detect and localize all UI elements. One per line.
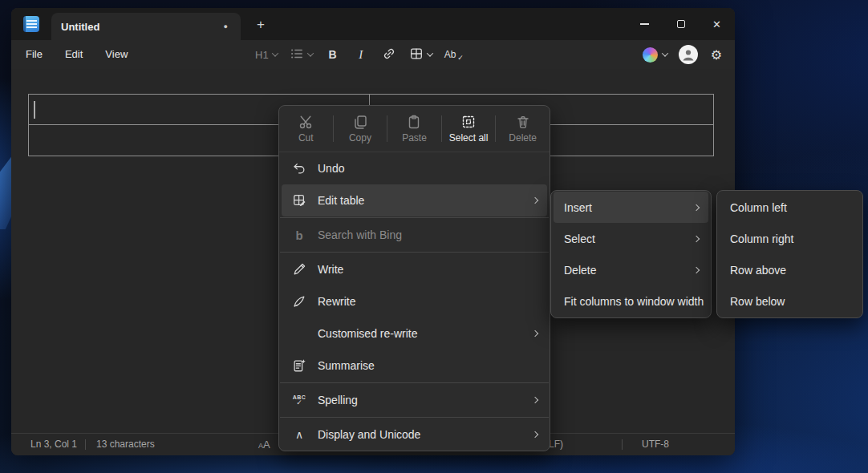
submenu-item-column-left[interactable]: Column left — [720, 192, 860, 223]
tab-untitled[interactable]: Untitled ● — [51, 13, 241, 40]
bold-button[interactable]: B — [322, 43, 344, 66]
bing-icon: b — [291, 228, 307, 242]
encoding: UTF-8 — [642, 434, 669, 455]
chevron-right-icon — [693, 204, 700, 210]
menu-item-spelling[interactable]: ABC✓ Spelling — [282, 384, 547, 416]
tab-title: Untitled — [61, 21, 224, 33]
menu-view[interactable]: View — [97, 44, 136, 65]
close-button[interactable]: ✕ — [699, 8, 735, 40]
italic-button[interactable]: I — [350, 43, 372, 66]
menu-item-edit-table[interactable]: Edit table — [282, 184, 547, 216]
minimize-button[interactable] — [627, 8, 663, 40]
text-caret — [34, 101, 35, 119]
submenu-item-row-above[interactable]: Row above — [720, 254, 860, 285]
person-icon — [679, 45, 698, 64]
summarise-icon — [291, 358, 307, 373]
copy-button[interactable]: Copy — [334, 106, 387, 152]
clipboard-command-bar: Cut Copy Paste Select all Delete — [279, 106, 550, 152]
chevron-down-icon — [662, 50, 668, 56]
window-controls: ✕ — [627, 8, 735, 40]
write-icon — [291, 262, 307, 277]
gear-icon: ⚙ — [711, 47, 722, 63]
select-all-button[interactable]: Select all — [442, 106, 496, 152]
edit-table-icon — [291, 193, 307, 208]
paste-button[interactable]: Paste — [387, 106, 441, 152]
chevron-down-icon — [306, 50, 313, 56]
menu-item-rewrite[interactable]: Rewrite — [282, 285, 547, 317]
submenu-item-fit-columns[interactable]: Fit columns to window width — [554, 285, 708, 317]
heading-style-button[interactable]: H1 — [252, 43, 281, 66]
submenu-item-column-right[interactable]: Column right — [720, 223, 860, 254]
menu-toolbar: File Edit View H1 B I — [11, 40, 735, 69]
character-count: 13 characters — [96, 434, 155, 455]
menu-item-undo[interactable]: Undo — [282, 152, 547, 184]
unsaved-indicator-icon: ● — [224, 22, 228, 30]
menu-separator — [280, 417, 549, 418]
link-button[interactable] — [378, 43, 400, 66]
copy-icon — [352, 114, 368, 130]
copilot-button[interactable] — [638, 43, 672, 66]
paste-icon — [406, 114, 422, 130]
menu-separator — [280, 252, 549, 253]
statusbar-divider — [622, 439, 623, 450]
title-bar: Untitled ● + ✕ — [11, 8, 735, 40]
spellcheck-icon: Ab — [444, 49, 456, 60]
settings-button[interactable]: ⚙ — [704, 43, 728, 66]
right-tools: ⚙ — [638, 40, 728, 69]
menu-separator — [280, 217, 549, 218]
menu-separator — [280, 382, 549, 383]
menu-item-customised-rewrite[interactable]: Customised re-write — [282, 317, 547, 350]
cut-button[interactable]: Cut — [279, 106, 333, 152]
edit-table-submenu: Insert Select Delete Fit columns to wind… — [550, 190, 712, 318]
zoom-indicator: AA — [258, 434, 270, 455]
new-tab-button[interactable]: + — [250, 14, 271, 35]
delete-button[interactable]: Delete — [496, 106, 550, 152]
list-icon — [290, 46, 304, 63]
statusbar-divider — [85, 439, 86, 450]
rewrite-icon — [291, 294, 307, 309]
notepad-app-icon — [23, 16, 39, 32]
select-all-icon — [460, 114, 477, 130]
chevron-right-icon — [532, 431, 538, 438]
table-button[interactable] — [406, 43, 436, 66]
spelling-icon: ABC✓ — [291, 394, 307, 406]
chevron-right-icon — [532, 330, 538, 337]
bold-icon: B — [329, 48, 337, 61]
delete-icon — [515, 114, 531, 130]
spellcheck-button[interactable]: Ab ✓ — [441, 43, 469, 66]
chevron-right-icon — [532, 197, 538, 204]
desktop: Untitled ● + ✕ File Edit View H1 — [0, 0, 868, 473]
cursor-position: Ln 3, Col 1 — [30, 434, 77, 455]
chevron-right-icon — [532, 397, 538, 403]
heading-label: H1 — [255, 49, 269, 61]
formatting-tools: H1 B I — [252, 40, 469, 69]
line-ending-fragment: LF) — [549, 434, 563, 455]
caret-symbol-icon: ∧ — [291, 428, 307, 441]
list-button[interactable] — [286, 43, 316, 66]
italic-icon: I — [359, 48, 363, 62]
account-button[interactable] — [679, 45, 698, 64]
submenu-item-insert[interactable]: Insert — [554, 192, 708, 223]
link-icon — [382, 46, 396, 63]
chevron-down-icon — [426, 50, 432, 56]
menu-item-write[interactable]: Write — [282, 253, 547, 285]
minimize-icon — [640, 23, 649, 24]
context-menu: Cut Copy Paste Select all Delete — [278, 105, 550, 451]
submenu-item-select[interactable]: Select — [554, 223, 708, 254]
menu-item-summarise[interactable]: Summarise — [282, 350, 547, 382]
maximize-icon — [677, 20, 685, 28]
submenu-item-row-below[interactable]: Row below — [720, 285, 860, 317]
menu-item-display-and-unicode[interactable]: ∧ Display and Unicode — [282, 418, 547, 451]
insert-options-submenu: Column left Column right Row above Row b… — [716, 190, 863, 318]
chevron-right-icon — [693, 266, 700, 273]
maximize-button[interactable] — [663, 8, 699, 40]
table-icon — [409, 46, 424, 63]
copilot-icon — [643, 47, 658, 63]
cut-icon — [298, 114, 314, 130]
menu-edit[interactable]: Edit — [57, 44, 91, 65]
submenu-item-delete[interactable]: Delete — [554, 254, 708, 285]
menu-item-search-with-bing[interactable]: b Search with Bing — [282, 219, 547, 251]
chevron-right-icon — [693, 235, 700, 241]
chevron-down-icon — [271, 50, 278, 56]
menu-file[interactable]: File — [18, 44, 51, 65]
